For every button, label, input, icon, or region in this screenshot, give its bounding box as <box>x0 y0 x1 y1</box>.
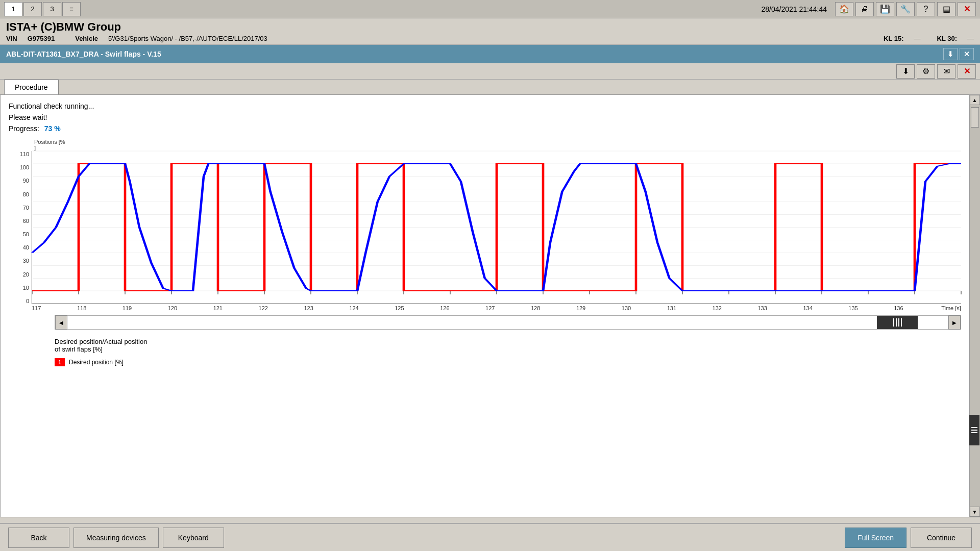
toolbar-icons: 🏠 🖨 💾 🔧 ? ▤ ✕ <box>835 2 976 16</box>
toolbar2-gear-icon[interactable]: ⚙ <box>917 64 935 79</box>
chart-y-axis: 0 10 20 30 40 50 60 70 80 90 100 110 <box>9 151 32 304</box>
y-tick-50: 50 <box>9 231 29 237</box>
kl30-value: — <box>967 35 974 42</box>
x-125: 125 <box>395 305 404 311</box>
chart-container: Positions [% ] 0 10 20 30 40 50 60 70 80… <box>9 139 961 366</box>
x-130: 130 <box>622 305 631 311</box>
chart-svg <box>32 151 961 304</box>
status-line2: Please wait! <box>9 113 961 121</box>
app-info-row: VIN G975391 Vehicle 5'/G31/Sports Wagon/… <box>6 35 974 42</box>
y-tick-70: 70 <box>9 205 29 211</box>
kl15-label: KL 15: <box>884 35 904 42</box>
save-icon[interactable]: 💾 <box>876 2 894 16</box>
x-126: 126 <box>440 305 449 311</box>
toolbar2-email-icon[interactable]: ✉ <box>937 64 955 79</box>
x-132: 132 <box>713 305 722 311</box>
chart-legend: 1 Desired position [%] <box>55 358 961 366</box>
tools-icon[interactable]: 🔧 <box>896 2 915 16</box>
module-icons: ⬇ ✕ <box>943 48 974 60</box>
x-unit: Time [s] <box>941 305 961 311</box>
module-download-icon[interactable]: ⬇ <box>943 48 958 60</box>
bottom-bar: Back Measuring devices Keyboard Full Scr… <box>0 523 980 551</box>
status-line1: Functional check running... <box>9 102 961 110</box>
toolbar2-download-icon[interactable]: ⬇ <box>896 64 915 79</box>
chart-scroll-right[interactable]: ▶ <box>948 315 961 330</box>
scroll-lines-handle[interactable] <box>969 415 979 445</box>
tab-3[interactable]: 3 <box>43 2 61 16</box>
vin-label: VIN <box>6 35 17 42</box>
chart-desc-line2: of swirl flaps [%] <box>55 345 961 353</box>
x-135: 135 <box>848 305 857 311</box>
x-134: 134 <box>803 305 812 311</box>
chart-area: 0 10 20 30 40 50 60 70 80 90 100 110 <box>9 151 961 366</box>
y-tick-20: 20 <box>9 271 29 278</box>
print-icon[interactable]: 🖨 <box>855 2 874 16</box>
module-close-icon[interactable]: ✕ <box>960 48 974 60</box>
chart-description: Desired position/Actual position of swir… <box>55 338 961 353</box>
kl30-label: KL 30: <box>937 35 958 42</box>
help-icon[interactable]: ? <box>917 2 935 16</box>
x-133: 133 <box>758 305 767 311</box>
x-129: 129 <box>576 305 585 311</box>
chart-desc-line1: Desired position/Actual position <box>55 338 961 345</box>
tab-list[interactable]: ≡ <box>62 2 81 16</box>
tab-2[interactable]: 2 <box>23 2 42 16</box>
chart-svg-wrapper: 117 118 119 120 121 122 123 124 125 126 … <box>32 151 961 366</box>
continue-button[interactable]: Continue <box>911 528 972 548</box>
chart-scroll-handle[interactable] <box>877 316 918 329</box>
fullscreen-button[interactable]: Full Screen <box>845 528 906 548</box>
content-area: Functional check running... Please wait!… <box>1 95 969 517</box>
legend-label: Desired position [%] <box>69 359 124 366</box>
measuring-devices-button[interactable]: Measuring devices <box>74 528 159 548</box>
chart-scrollbar[interactable]: ◀ ▶ <box>55 315 961 330</box>
vehicle-label: Vehicle <box>75 35 98 42</box>
home-icon[interactable]: 🏠 <box>835 2 853 16</box>
x-136: 136 <box>894 305 903 311</box>
x-128: 128 <box>531 305 540 311</box>
app-title: ISTA+ (C)BMW Group <box>6 20 974 34</box>
tab-buttons: 1 2 3 ≡ <box>4 2 81 16</box>
y-tick-60: 60 <box>9 218 29 224</box>
chart-x-axis: 117 118 119 120 121 122 123 124 125 126 … <box>32 305 961 311</box>
y-tick-0: 0 <box>9 298 29 304</box>
tab-1[interactable]: 1 <box>4 2 22 16</box>
x-118: 118 <box>77 305 86 311</box>
keyboard-button[interactable]: Keyboard <box>163 528 224 548</box>
right-scrollbar: ▲ ▼ <box>969 95 979 517</box>
x-127: 127 <box>485 305 495 311</box>
procedure-tab[interactable]: Procedure <box>4 80 59 94</box>
chart-scroll-left[interactable]: ◀ <box>55 315 67 330</box>
toolbar2-close-icon[interactable]: ✕ <box>958 64 976 79</box>
x-120: 120 <box>168 305 177 311</box>
x-119: 119 <box>122 305 132 311</box>
x-122: 122 <box>259 305 268 311</box>
progress-label: Progress: <box>9 124 39 133</box>
title-bar: 1 2 3 ≡ 28/04/2021 21:44:44 🏠 🖨 💾 🔧 ? ▤ … <box>0 0 980 18</box>
scroll-down[interactable]: ▼ <box>970 507 980 517</box>
app-header: ISTA+ (C)BMW Group VIN G975391 Vehicle 5… <box>0 18 980 45</box>
vin-value: G975391 <box>28 35 55 42</box>
vehicle-value: 5'/G31/Sports Wagon/ - /B57,-/AUTO/ECE/L… <box>108 35 267 42</box>
y-tick-90: 90 <box>9 178 29 184</box>
legend-badge: 1 <box>55 358 65 366</box>
procedure-tab-bar: Procedure <box>0 80 980 94</box>
chart-scroll-track[interactable] <box>67 316 948 329</box>
y-tick-100: 100 <box>9 164 29 170</box>
scroll-track[interactable] <box>970 105 980 507</box>
datetime-display: 28/04/2021 21:44:44 <box>762 5 827 13</box>
progress-line: Progress: 73 % <box>9 124 961 133</box>
y-tick-80: 80 <box>9 191 29 197</box>
x-124: 124 <box>349 305 358 311</box>
y-tick-110: 110 <box>9 151 29 157</box>
scroll-thumb[interactable] <box>971 107 979 128</box>
progress-value: 73 % <box>44 124 61 133</box>
close-icon[interactable]: ✕ <box>958 2 976 16</box>
x-123: 123 <box>304 305 313 311</box>
y-tick-30: 30 <box>9 258 29 264</box>
back-button[interactable]: Back <box>8 528 69 548</box>
y-tick-40: 40 <box>9 244 29 251</box>
kl15-value: — <box>914 35 921 42</box>
minimize-icon[interactable]: ▤ <box>937 2 955 16</box>
x-131: 131 <box>667 305 676 311</box>
scroll-up[interactable]: ▲ <box>970 95 980 105</box>
